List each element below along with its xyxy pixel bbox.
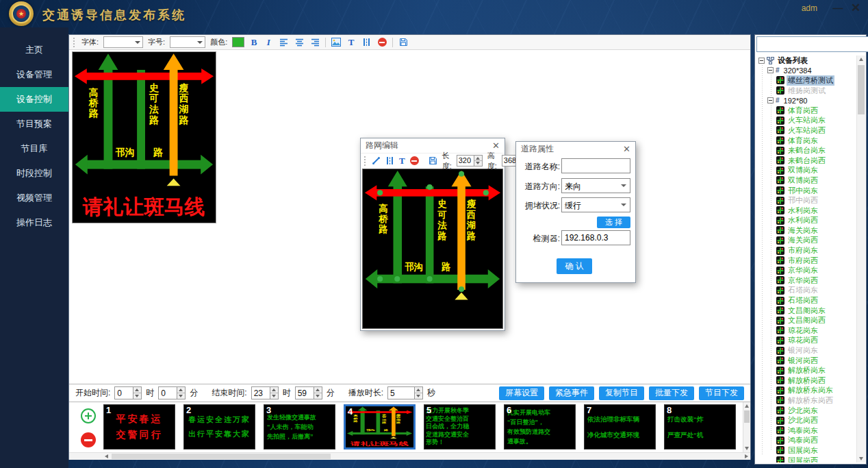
dialog-close-icon[interactable]: ✕ <box>623 142 630 156</box>
scroll-down-icon[interactable] <box>859 457 863 460</box>
end-hour-value[interactable]: 23 <box>252 387 270 399</box>
italic-button[interactable]: I <box>264 37 273 48</box>
tree-device-item[interactable]: 双博岗东 <box>757 166 855 176</box>
tree-device-item[interactable]: 火车站岗西 <box>757 125 855 136</box>
bold-button[interactable]: B <box>249 37 259 48</box>
sidebar-item-1[interactable]: 主页 <box>0 38 68 62</box>
playlist-item-2[interactable]: 2春运安全连万家出行平安靠大家 <box>183 404 255 449</box>
scroll-up-icon[interactable] <box>745 404 749 408</box>
tree-device-item[interactable]: 京华岗西 <box>757 275 855 286</box>
start-hour-value[interactable]: 0 <box>115 387 133 399</box>
tree-device-item[interactable]: 解放桥东岗西 <box>757 395 855 406</box>
dialog-titlebar[interactable]: 路网编辑 ✕ <box>361 138 505 153</box>
play-duration-value[interactable]: 5 <box>388 387 414 399</box>
tree-device-item[interactable]: 邗中岗东 <box>757 186 855 196</box>
editor-canvas[interactable]: 高桥路史可法路瘦西湖路邗沟路请礼让斑马线 路网编辑 ✕ T <box>69 50 750 384</box>
tree-device-item[interactable]: 来鹤台岗西 <box>757 156 855 166</box>
dialog-titlebar[interactable]: 道路属性 ✕ <box>516 142 635 156</box>
toolbar-grip-handle[interactable] <box>73 38 75 47</box>
delete-element-icon[interactable] <box>376 37 387 48</box>
tree-device-item[interactable]: 国展岗西 <box>757 456 855 463</box>
close-button[interactable]: ✕ <box>849 1 863 15</box>
tree-device-item[interactable]: 维扬岗测试 <box>757 86 855 96</box>
tree-device-item[interactable]: 京华岗东 <box>757 265 855 275</box>
scrollbar-thumb[interactable] <box>858 65 865 114</box>
tree-device-item[interactable]: 解放桥岗东 <box>757 365 855 375</box>
sidebar-item-5[interactable]: 节目库 <box>0 136 68 161</box>
tree-device-item[interactable]: 螺丝湾桥测试 <box>757 75 855 86</box>
device-tree-scrollbar[interactable] <box>856 56 865 463</box>
tree-device-item[interactable]: 体育岗东 <box>757 136 855 146</box>
scroll-down-icon[interactable] <box>745 447 749 450</box>
collapse-icon[interactable] <box>767 97 774 103</box>
end-hour-stepper[interactable]: 23 <box>251 386 279 399</box>
length-stepper[interactable]: 320 <box>457 155 483 167</box>
detector-input[interactable] <box>561 230 630 245</box>
collapse-icon[interactable] <box>758 58 765 64</box>
confirm-button[interactable]: 确 认 <box>557 258 592 274</box>
tree-device-item[interactable]: 石塔岗西 <box>757 295 855 306</box>
playlist-item-7[interactable]: 7依法治理非标车辆净化城市交通环境 <box>584 404 656 449</box>
tree-device-item[interactable]: 琼花岗西 <box>757 336 855 346</box>
playlist-item-4[interactable]: 4高桥路史可法路瘦西湖路邗沟路请礼让斑马线 <box>344 404 416 449</box>
schedule-button-节目下发[interactable]: 节目下发 <box>699 386 744 400</box>
road-name-input[interactable] <box>561 158 630 173</box>
playlist-item-6[interactable]: 6扎实开展电动车“百日整治”，有效预防道路交通事故。 <box>504 404 576 449</box>
end-minute-value[interactable]: 59 <box>296 387 314 399</box>
length-value[interactable]: 320 <box>457 156 474 166</box>
schedule-button-复制节目[interactable]: 复制节目 <box>599 386 644 400</box>
tree-device-item[interactable]: 火车站岗东 <box>757 116 855 126</box>
sidebar-item-8[interactable]: 操作日志 <box>0 210 68 235</box>
tree-root-item[interactable]: 设备列表 <box>757 56 855 66</box>
scroll-right-icon[interactable] <box>745 454 748 458</box>
playlist-item-1[interactable]: 1平安春运交警同行 <box>103 404 175 449</box>
tree-device-item[interactable]: 海关岗东 <box>757 225 855 236</box>
color-swatch[interactable] <box>232 37 244 47</box>
road-direction-select[interactable]: 来向 <box>561 178 630 193</box>
tree-device-item[interactable]: 水利岗西 <box>757 216 855 226</box>
congestion-select[interactable]: 缓行 <box>561 197 630 212</box>
playlist-item-5[interactable]: 5大力开展秋冬季交通安全整治百日会战，全力稳定道路交通安全形势！ <box>424 404 496 449</box>
scrollbar-thumb[interactable] <box>112 454 331 459</box>
toolbar-grip-handle[interactable] <box>364 156 366 166</box>
tree-device-item[interactable]: 银河岗东 <box>757 345 855 356</box>
delete-element-icon[interactable] <box>410 156 419 167</box>
collapse-icon[interactable] <box>767 67 774 73</box>
remove-program-button[interactable] <box>81 432 96 447</box>
align-center-icon[interactable] <box>294 37 305 48</box>
sidebar-item-7[interactable]: 视频管理 <box>0 186 68 210</box>
tree-device-item[interactable]: 琼花岗东 <box>757 325 855 336</box>
save-icon[interactable] <box>398 37 409 48</box>
add-program-button[interactable] <box>81 408 96 423</box>
font-select[interactable] <box>103 36 143 48</box>
playlist-vertical-scrollbar[interactable] <box>743 402 750 452</box>
tree-device-item[interactable]: 解放桥岗西 <box>757 375 855 386</box>
tree-device-item[interactable]: 石塔岗东 <box>757 286 855 296</box>
tree-device-item[interactable]: 鸿泰岗西 <box>757 436 855 446</box>
font-size-select[interactable] <box>170 36 205 48</box>
tree-device-item[interactable]: 邗中岗西 <box>757 195 855 206</box>
tree-device-item[interactable]: 水利岗东 <box>757 206 855 216</box>
sidebar-item-6[interactable]: 时段控制 <box>0 161 68 186</box>
minimize-button[interactable]: — <box>831 1 845 15</box>
tree-device-item[interactable]: 体育岗西 <box>757 106 855 116</box>
insert-image-icon[interactable] <box>331 37 342 48</box>
scroll-left-icon[interactable] <box>105 454 108 458</box>
playlist-horizontal-scrollbar[interactable] <box>69 452 750 460</box>
tree-device-item[interactable]: 市府岗西 <box>757 256 855 266</box>
tree-device-item[interactable]: 双博岗西 <box>757 175 855 186</box>
tree-device-item[interactable]: 文昌阁岗东 <box>757 306 855 316</box>
text-tool-icon[interactable]: T <box>346 37 356 48</box>
sign-preview[interactable]: 高桥路史可法路瘦西湖路邗沟路请礼让斑马线 <box>72 51 216 223</box>
tree-device-item[interactable]: 沙北岗西 <box>757 415 855 426</box>
end-minute-stepper[interactable]: 59 <box>295 386 322 399</box>
schedule-button-屏幕设置[interactable]: 屏幕设置 <box>499 386 544 400</box>
tree-device-item[interactable]: 鸿泰岗东 <box>757 426 855 436</box>
tree-device-item[interactable]: 海关岗西 <box>757 236 855 246</box>
sidebar-item-3[interactable]: 设备控制 <box>0 87 68 112</box>
tree-device-item[interactable]: 市府岗东 <box>757 245 855 256</box>
align-left-icon[interactable] <box>278 37 289 48</box>
road-tool-icon[interactable] <box>361 37 372 48</box>
tree-device-item[interactable]: 来鹤台岗东 <box>757 145 855 156</box>
road-network-edit-canvas[interactable]: 高桥路史可法路瘦西湖路邗沟路 <box>362 169 503 329</box>
